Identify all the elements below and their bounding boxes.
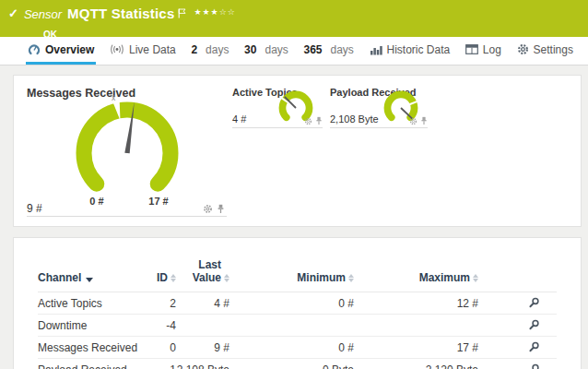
channel-last-value: 4 #: [176, 297, 229, 310]
channel-name: Payload Received: [38, 363, 148, 369]
gauge-current-value: 9 #: [27, 202, 42, 215]
channel-maximum: 12 #: [354, 297, 478, 310]
edit-gear-icon[interactable]: [409, 117, 417, 125]
channel-id: 1: [148, 363, 176, 369]
sensor-title: MQTT Statistics: [67, 6, 174, 21]
sort-caret-icon: [86, 278, 93, 282]
channel-maximum: 17 #: [354, 341, 478, 354]
channel-id: 0: [148, 341, 176, 354]
channel-last-value: 2,108 Byte: [176, 363, 229, 369]
channel-minimum: 0 Byte: [229, 363, 354, 369]
channel-minimum: 0 #: [229, 341, 354, 354]
gauge-max-label: 17 #: [148, 196, 168, 207]
table-row-active-topics: Active Topics 2 4 # 0 # 12 #: [38, 292, 557, 315]
tab-settings[interactable]: Settings: [515, 37, 575, 65]
gauge-current-value: 4 #: [232, 113, 246, 125]
channel-settings-wrench-icon[interactable]: [528, 319, 540, 331]
channel-minimum: 0 #: [229, 297, 354, 310]
channel-id: -4: [148, 319, 176, 332]
table-row-downtime: Downtime -4: [38, 315, 557, 337]
column-header-channel[interactable]: Channel: [38, 271, 148, 284]
tab-historic-data[interactable]: Historic Data: [368, 37, 453, 65]
channel-last-value: 9 #: [176, 341, 229, 354]
channel-name: Active Topics: [38, 297, 148, 310]
gauge-messages-received: Messages Received x̄ 0 # 17 # 9 #: [27, 87, 227, 217]
gauge-active-topics: Active Topics 4 #: [232, 87, 323, 128]
column-header-last-value[interactable]: Last Value: [176, 258, 229, 284]
column-header-minimum[interactable]: Minimum: [229, 271, 354, 284]
edit-gear-icon[interactable]: [304, 117, 312, 125]
flag-icon[interactable]: [178, 6, 186, 22]
sort-arrows-icon: [473, 274, 478, 282]
column-header-id[interactable]: ID: [148, 271, 176, 284]
ok-checkmark-icon: ✓: [8, 7, 18, 20]
channel-id: 2: [148, 297, 176, 310]
pin-icon[interactable]: [217, 204, 225, 214]
log-table-icon: [465, 44, 478, 54]
tab-log[interactable]: Log: [464, 37, 503, 65]
overview-gauges-panel: Messages Received x̄ 0 # 17 # 9 # Active…: [13, 75, 582, 227]
edit-gear-icon[interactable]: [203, 204, 213, 214]
tab-bar: Overview Live Data 2days 30days 365days …: [0, 37, 588, 65]
gauge-current-value: 2,108 Byte: [330, 113, 379, 125]
sensor-status-header: ✓ Sensor MQTT Statistics ★★★☆☆ OK: [0, 0, 588, 37]
table-row-messages-received: Messages Received 0 9 # 0 # 17 #: [38, 337, 557, 359]
channel-maximum: 2,120 Byte: [354, 363, 478, 369]
channel-settings-wrench-icon[interactable]: [528, 341, 540, 353]
channel-settings-wrench-icon[interactable]: [528, 297, 540, 309]
gear-icon: [517, 43, 529, 55]
channel-name: Messages Received: [38, 341, 148, 354]
tab-overview[interactable]: Overview: [26, 37, 96, 65]
channel-table-header: Channel ID Last Value Minimum Maximum: [38, 249, 557, 292]
tab-live-data[interactable]: Live Data: [108, 37, 178, 65]
tab-2-days[interactable]: 2days: [189, 37, 230, 65]
live-signal-icon: [110, 44, 124, 54]
column-header-maximum[interactable]: Maximum: [354, 271, 478, 284]
priority-stars[interactable]: ★★★☆☆: [194, 7, 235, 17]
tab-30-days[interactable]: 30days: [242, 37, 290, 65]
tab-365-days[interactable]: 365days: [301, 37, 355, 65]
table-row-payload-received: Payload Received 1 2,108 Byte 0 Byte 2,1…: [38, 359, 557, 369]
channel-name: Downtime: [38, 319, 148, 332]
channel-settings-wrench-icon[interactable]: [528, 363, 540, 369]
gauge-payload-received: Payload Received 2,108 Byte: [330, 87, 428, 128]
pin-icon[interactable]: [420, 116, 428, 125]
gauge-icon: [28, 43, 41, 56]
channel-table-panel: Channel ID Last Value Minimum Maximum Ac…: [13, 237, 582, 369]
gauge-dial: x̄: [58, 94, 196, 207]
object-kind-label: Sensor: [24, 7, 62, 21]
pin-icon[interactable]: [315, 116, 323, 125]
bar-chart-icon: [370, 44, 382, 55]
gauge-min-label: 0 #: [89, 196, 103, 207]
